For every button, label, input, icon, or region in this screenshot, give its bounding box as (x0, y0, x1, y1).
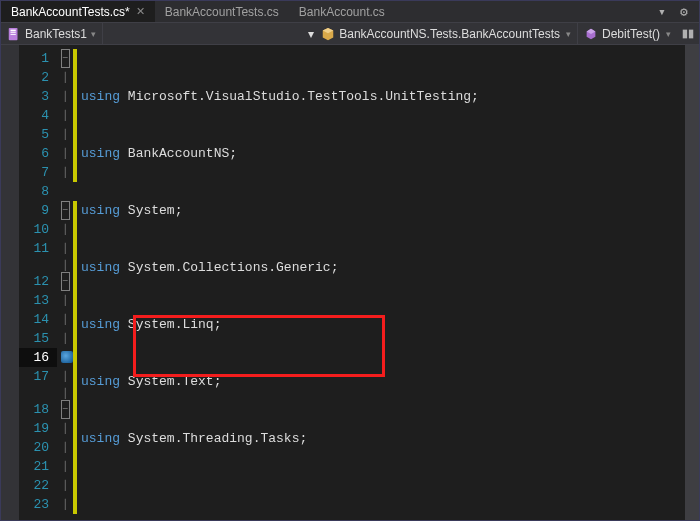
chevron-down-icon: ▾ (91, 29, 96, 39)
scope-label: BankTests1 (25, 27, 87, 41)
preview-dropdown-icon[interactable]: ▾ (655, 5, 669, 19)
method-label: DebitTest() (602, 27, 660, 41)
vertical-scrollbar[interactable] (685, 45, 699, 520)
split-icon[interactable] (677, 23, 699, 44)
fold-toggle[interactable]: − (61, 201, 70, 220)
tab-strip: BankAccountTests.cs* ✕ BankAccountTests.… (1, 1, 699, 23)
csharp-file-icon (7, 27, 21, 41)
fold-toggle[interactable]: − (61, 400, 70, 419)
fold-toggle[interactable]: − (61, 272, 70, 291)
context-bar: BankTests1 ▾ ▾ BankAccountNS.Tests.BankA… (1, 23, 699, 45)
svg-rect-1 (11, 29, 16, 31)
namespace-dropdown[interactable]: ▾ BankAccountNS.Tests.BankAccountTests ▾ (302, 23, 578, 44)
fold-toggle[interactable]: − (61, 49, 70, 68)
tab-bankaccounttests[interactable]: BankAccountTests.cs (155, 1, 289, 22)
tab-bankaccounttests-modified[interactable]: BankAccountTests.cs* ✕ (1, 1, 155, 22)
close-icon[interactable]: ✕ (136, 5, 145, 18)
tab-bankaccount[interactable]: BankAccount.cs (289, 1, 395, 22)
gear-icon[interactable]: ⚙ (677, 5, 691, 19)
chevron-down-icon: ▾ (566, 29, 571, 39)
tab-label: BankAccountTests.cs* (11, 5, 130, 19)
svg-rect-4 (683, 29, 687, 38)
line-number-gutter: 1 2 3 4 5 6 7 8 9 10 11 12 13 14 15 16 1… (19, 45, 57, 520)
fold-gutter[interactable]: − ││││││ − ││ │ − │││││ │ − │││││ (57, 45, 73, 520)
code-editor[interactable]: 1 2 3 4 5 6 7 8 9 10 11 12 13 14 15 16 1… (1, 45, 699, 520)
class-icon (321, 27, 335, 41)
tab-label: BankAccountTests.cs (165, 5, 279, 19)
tab-label: BankAccount.cs (299, 5, 385, 19)
code-area[interactable]: using Microsoft.VisualStudio.TestTools.U… (77, 45, 685, 520)
scope-dropdown[interactable]: BankTests1 ▾ (1, 23, 103, 44)
breakpoint-gutter[interactable] (1, 45, 19, 520)
method-icon (584, 27, 598, 41)
svg-rect-5 (689, 29, 693, 38)
namespace-label: BankAccountNS.Tests.BankAccountTests (339, 27, 560, 41)
chevron-down-icon: ▾ (666, 29, 671, 39)
method-dropdown[interactable]: DebitTest() ▾ (578, 23, 677, 44)
svg-rect-2 (11, 32, 16, 33)
svg-rect-3 (11, 34, 16, 35)
